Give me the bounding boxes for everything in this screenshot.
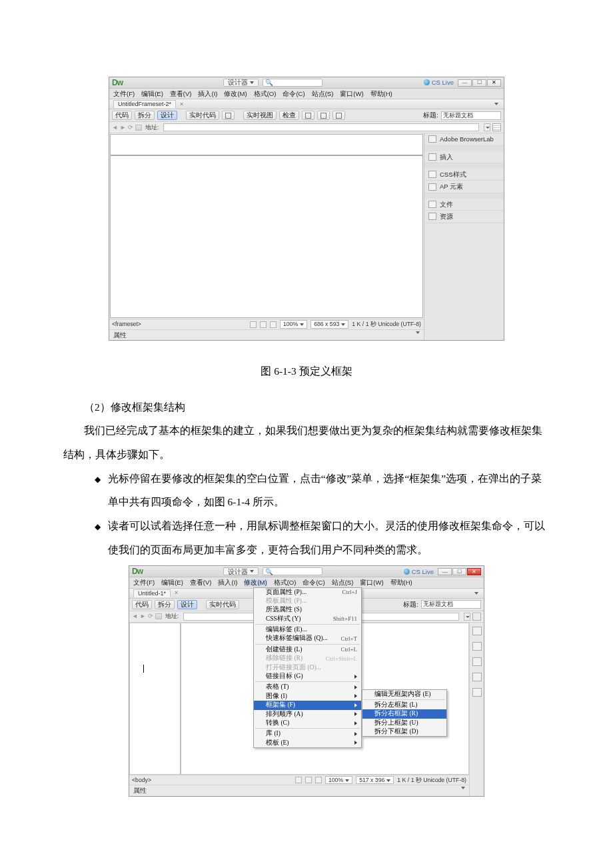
nav-back-icon[interactable]: ◄ bbox=[112, 124, 118, 131]
submenu-item[interactable]: 拆分右框架 (R) bbox=[362, 709, 446, 718]
tool-zoom-icon[interactable] bbox=[305, 777, 312, 783]
tab-close-icon[interactable]: × bbox=[180, 101, 183, 108]
tool-hand-icon[interactable] bbox=[250, 321, 257, 328]
menu-item[interactable]: 表格 (T) bbox=[254, 683, 361, 691]
minimize-button[interactable]: — bbox=[458, 79, 472, 87]
menu-item[interactable]: 框架集 (F) bbox=[254, 701, 361, 709]
menu-window[interactable]: 窗口(W) bbox=[360, 579, 383, 586]
panel-files[interactable]: 文件 bbox=[424, 199, 504, 211]
menu-format[interactable]: 格式(O) bbox=[274, 579, 297, 586]
view-code[interactable]: 代码 bbox=[112, 111, 132, 120]
view-split[interactable]: 拆分 bbox=[155, 600, 175, 609]
zoom-control[interactable]: 100% bbox=[280, 320, 307, 328]
tab-close-icon[interactable]: × bbox=[175, 589, 178, 597]
menu-view[interactable]: 查看(V) bbox=[170, 90, 192, 97]
menu-modify[interactable]: 修改(M) bbox=[244, 579, 267, 586]
view-livecode[interactable]: 实时代码 bbox=[186, 111, 219, 120]
submenu-item[interactable]: 拆分下框架 (D) bbox=[362, 727, 446, 736]
menu-item[interactable]: 链接目标 (G) bbox=[254, 672, 361, 681]
menu-item[interactable]: 页面属性 (P)...Ctrl+J bbox=[254, 588, 361, 597]
panel-icon-4[interactable] bbox=[472, 673, 482, 681]
view-livecode[interactable]: 实时代码 bbox=[206, 600, 239, 609]
frame-divider[interactable] bbox=[180, 623, 181, 774]
home-icon[interactable] bbox=[135, 125, 142, 131]
panel-icon-2[interactable] bbox=[472, 642, 482, 651]
menu-help[interactable]: 帮助(H) bbox=[390, 579, 412, 586]
menu-command[interactable]: 命令(C) bbox=[283, 90, 305, 97]
search-input[interactable]: 🔍 bbox=[263, 79, 322, 87]
menu-file[interactable]: 文件(F) bbox=[113, 90, 135, 97]
menu-item[interactable]: CSS样式 (Y)Shift+F11 bbox=[254, 615, 361, 623]
view-split[interactable]: 拆分 bbox=[135, 111, 155, 120]
maximize-button[interactable]: ☐ bbox=[452, 568, 466, 575]
properties-panel-header[interactable]: 属性 bbox=[129, 785, 469, 795]
menu-format[interactable]: 格式(O) bbox=[254, 90, 277, 97]
cslive-link[interactable]: CS Live bbox=[424, 79, 454, 86]
tool-icon-1[interactable] bbox=[302, 111, 314, 120]
nav-refresh-icon[interactable]: ⟳ bbox=[128, 124, 133, 131]
menu-item[interactable]: 转换 (C) bbox=[254, 719, 361, 727]
home-icon[interactable] bbox=[155, 613, 162, 619]
menu-item[interactable]: 库 (I) bbox=[254, 729, 361, 738]
close-button[interactable]: ✕ bbox=[487, 79, 501, 87]
close-button[interactable]: ✕ bbox=[467, 568, 481, 575]
tool-select-icon[interactable] bbox=[315, 777, 322, 783]
view-design[interactable]: 设计 bbox=[157, 111, 177, 120]
nav-refresh-icon[interactable]: ⟳ bbox=[148, 613, 153, 620]
frame-divider[interactable] bbox=[111, 155, 422, 156]
menu-item[interactable]: 排列顺序 (A) bbox=[254, 710, 361, 719]
title-input[interactable]: 无标题文档 bbox=[421, 600, 481, 609]
panel-icon-1[interactable] bbox=[472, 627, 482, 635]
nav-back-icon[interactable]: ◄ bbox=[132, 613, 138, 620]
design-canvas[interactable] bbox=[110, 134, 423, 318]
menu-view[interactable]: 查看(V) bbox=[190, 579, 212, 586]
tag-path[interactable]: <frameset> bbox=[112, 321, 247, 327]
tool-icon-2[interactable] bbox=[317, 111, 330, 120]
tag-path[interactable]: <body> bbox=[132, 777, 292, 783]
menu-modify[interactable]: 修改(M) bbox=[224, 90, 247, 97]
menu-item[interactable]: 模板 (E) bbox=[254, 739, 361, 747]
workspace-switcher[interactable]: 设计器 bbox=[223, 567, 259, 575]
minimize-button[interactable]: — bbox=[438, 568, 452, 575]
address-dropdown-icon[interactable] bbox=[484, 123, 490, 131]
window-size-control[interactable]: 517 x 396 bbox=[356, 776, 394, 784]
window-size-control[interactable]: 686 x 593 bbox=[310, 320, 348, 328]
menu-edit[interactable]: 编辑(E) bbox=[141, 90, 163, 97]
menu-insert[interactable]: 插入(I) bbox=[218, 579, 237, 586]
tool-hand-icon[interactable] bbox=[295, 777, 302, 783]
panel-icon-3[interactable] bbox=[472, 657, 482, 666]
inspect-icon[interactable] bbox=[222, 111, 235, 120]
grid-icon[interactable] bbox=[492, 123, 501, 131]
menu-item[interactable]: 所选属性 (S) bbox=[254, 605, 361, 614]
menu-site[interactable]: 站点(S) bbox=[332, 579, 354, 586]
menu-item[interactable]: 创建链接 (L)Ctrl+L bbox=[254, 645, 361, 654]
nav-fwd-icon[interactable]: ► bbox=[120, 124, 126, 131]
menu-help[interactable]: 帮助(H) bbox=[370, 90, 392, 97]
properties-panel-header[interactable]: 属性 bbox=[109, 329, 424, 340]
menu-edit[interactable]: 编辑(E) bbox=[161, 579, 183, 586]
submenu-item[interactable]: 拆分左框架 (L) bbox=[362, 701, 446, 709]
maximize-button[interactable]: ☐ bbox=[472, 79, 486, 87]
menu-file[interactable]: 文件(F) bbox=[133, 579, 155, 586]
zoom-control[interactable]: 100% bbox=[325, 776, 352, 784]
tool-select-icon[interactable] bbox=[270, 321, 277, 328]
panel-icon-5[interactable] bbox=[472, 688, 482, 697]
view-liveview[interactable]: 实时视图 bbox=[243, 111, 277, 120]
menu-insert[interactable]: 插入(I) bbox=[198, 90, 217, 97]
address-input[interactable] bbox=[163, 123, 479, 131]
menu-command[interactable]: 命令(C) bbox=[303, 579, 324, 586]
tool-zoom-icon[interactable] bbox=[260, 321, 267, 328]
search-input[interactable]: 🔍 bbox=[263, 567, 322, 575]
view-check[interactable]: 检查 bbox=[279, 111, 299, 120]
panel-ap[interactable]: AP 元素 bbox=[424, 181, 504, 193]
tab-overflow-icon[interactable] bbox=[494, 103, 498, 105]
grid-icon[interactable] bbox=[472, 613, 481, 621]
panel-browserlab[interactable]: Adobe BrowserLab bbox=[424, 133, 504, 145]
nav-fwd-icon[interactable]: ► bbox=[140, 613, 146, 620]
submenu-item[interactable]: 拆分上框架 (U) bbox=[362, 719, 446, 727]
view-code[interactable]: 代码 bbox=[132, 600, 152, 609]
menu-site[interactable]: 站点(S) bbox=[312, 90, 334, 97]
tool-icon-3[interactable] bbox=[332, 111, 345, 120]
menu-item[interactable]: 图像 (I) bbox=[254, 692, 361, 701]
panel-insert[interactable]: 插入 bbox=[424, 151, 504, 163]
